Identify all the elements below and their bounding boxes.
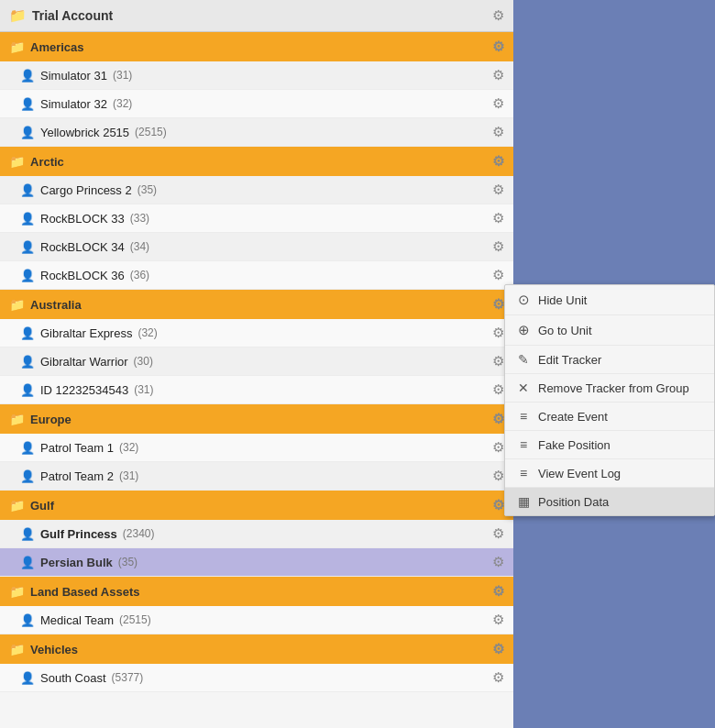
tracker-id: (30): [134, 355, 153, 368]
group-gear-icon[interactable]: ⚙: [492, 411, 504, 427]
account-title: 📁 Trial Account: [9, 7, 113, 24]
tracker-name: Gulf Princess: [40, 527, 117, 541]
tracker-name: Yellowbrick 2515: [40, 126, 129, 139]
tracker-gear-icon[interactable]: ⚙: [492, 182, 504, 198]
list-icon: ≡: [516, 466, 531, 480]
tracker-row[interactable]: 👤 Gulf Princess (2340) ⚙: [0, 520, 513, 548]
tracker-name: Persian Bulk: [40, 556, 113, 569]
group-row-land-based-assets[interactable]: 📁 Land Based Assets ⚙: [0, 577, 513, 606]
tracker-id: (35): [118, 556, 138, 568]
tracker-gear-icon[interactable]: ⚙: [492, 124, 504, 140]
tracker-left: 👤 Patrol Team 2 (31): [20, 469, 138, 483]
tracker-left: 👤 Medical Team (2515): [20, 613, 151, 627]
tracker-gear-icon[interactable]: ⚙: [492, 381, 504, 398]
context-menu-item-hide-unit[interactable]: ⊙Hide Unit: [505, 285, 714, 315]
tracker-person-icon: 👤: [20, 269, 35, 282]
tracker-gear-icon[interactable]: ⚙: [492, 210, 504, 226]
group-row-europe[interactable]: 📁 Europe ⚙: [0, 404, 513, 434]
edit-icon: ✎: [516, 352, 531, 367]
tracker-row[interactable]: 👤 Cargo Princess 2 (35) ⚙: [0, 176, 513, 204]
group-folder-icon: 📁: [9, 39, 25, 54]
group-gear-icon[interactable]: ⚙: [492, 641, 504, 657]
tracker-person-icon: 👤: [20, 97, 35, 111]
group-row-vehicles[interactable]: 📁 Vehicles ⚙: [0, 634, 513, 664]
context-menu-item-go-to-unit[interactable]: ⊕Go to Unit: [505, 315, 714, 346]
tracker-person-icon: 👤: [20, 326, 35, 340]
tracker-id: (2515): [119, 613, 151, 626]
group-folder-icon: 📁: [9, 584, 25, 599]
tracker-gear-icon[interactable]: ⚙: [492, 612, 504, 628]
tracker-id: (5377): [112, 671, 144, 684]
tracker-person-icon: 👤: [20, 441, 35, 455]
context-menu-item-position-data[interactable]: ▦Position Data: [505, 488, 714, 515]
tracker-row[interactable]: 👤 Simulator 31 (31) ⚙: [0, 61, 513, 90]
group-row-arctic[interactable]: 📁 Arctic ⚙: [0, 147, 513, 176]
tracker-id: (32): [119, 441, 138, 454]
group-gear-icon[interactable]: ⚙: [492, 39, 504, 55]
tracker-row[interactable]: 👤 South Coast (5377) ⚙: [0, 664, 513, 692]
group-folder-icon: 📁: [9, 412, 25, 426]
tracker-person-icon: 👤: [20, 126, 35, 139]
tracker-gear-icon[interactable]: ⚙: [492, 238, 504, 255]
hide-unit-icon: ⊙: [516, 292, 531, 308]
tracker-row[interactable]: 👤 RockBLOCK 34 (34) ⚙: [0, 233, 513, 261]
tracker-left: 👤 Persian Bulk (35): [20, 556, 138, 569]
tracker-row[interactable]: 👤 Gibraltar Warrior (30) ⚙: [0, 347, 513, 376]
group-gear-icon[interactable]: ⚙: [492, 153, 504, 170]
group-name: Land Based Assets: [30, 585, 139, 599]
tracker-name: Cargo Princess 2: [40, 183, 132, 197]
context-menu-item-create-event[interactable]: ≡Create Event: [505, 403, 714, 431]
group-name: Australia: [30, 298, 82, 312]
group-row-australia[interactable]: 📁 Australia ⚙: [0, 290, 513, 319]
context-menu-item-edit-tracker[interactable]: ✎Edit Tracker: [505, 346, 714, 374]
tracker-row[interactable]: 👤 ID 12232534543 (31) ⚙: [0, 376, 513, 404]
menu-item-label: Go to Unit: [538, 324, 592, 337]
tracker-row[interactable]: 👤 Yellowbrick 2515 (2515) ⚙: [0, 118, 513, 147]
tracker-left: 👤 Patrol Team 1 (32): [20, 441, 138, 455]
account-header: 📁 Trial Account ⚙: [0, 0, 513, 32]
tracker-name: Gibraltar Warrior: [40, 355, 128, 369]
tracker-gear-icon[interactable]: ⚙: [492, 525, 504, 542]
tracker-gear-icon[interactable]: ⚙: [492, 267, 504, 283]
tracker-gear-icon[interactable]: ⚙: [492, 669, 504, 686]
tracker-id: (36): [130, 269, 149, 281]
tracker-person-icon: 👤: [20, 355, 35, 369]
tracker-left: 👤 Gulf Princess (2340): [20, 527, 155, 541]
tracker-gear-icon[interactable]: ⚙: [492, 67, 504, 83]
group-gear-icon[interactable]: ⚙: [492, 497, 504, 513]
tracker-row[interactable]: 👤 Persian Bulk (35) ⚙: [0, 548, 513, 577]
group-name: Gulf: [30, 499, 54, 513]
tracker-person-icon: 👤: [20, 556, 35, 569]
tracker-row[interactable]: 👤 Simulator 32 (32) ⚙: [0, 90, 513, 118]
map-area: ⊙Hide Unit⊕Go to Unit✎Edit Tracker✕Remov…: [513, 0, 715, 728]
tracker-gear-icon[interactable]: ⚙: [492, 95, 504, 112]
tracker-person-icon: 👤: [20, 671, 35, 685]
tracker-id: (32): [113, 97, 132, 110]
account-gear-icon[interactable]: ⚙: [492, 7, 504, 24]
tracker-row[interactable]: 👤 RockBLOCK 33 (33) ⚙: [0, 204, 513, 233]
tracker-gear-icon[interactable]: ⚙: [492, 325, 504, 341]
tracker-row[interactable]: 👤 Medical Team (2515) ⚙: [0, 606, 513, 634]
context-menu-item-fake-position[interactable]: ≡Fake Position: [505, 431, 714, 459]
tracker-row[interactable]: 👤 RockBLOCK 36 (36) ⚙: [0, 261, 513, 290]
context-menu-item-remove-tracker-from-group[interactable]: ✕Remove Tracker from Group: [505, 374, 714, 403]
tracker-gear-icon[interactable]: ⚙: [492, 468, 504, 484]
tracker-row[interactable]: 👤 Patrol Team 2 (31) ⚙: [0, 462, 513, 491]
group-left: 📁 Gulf: [9, 498, 54, 513]
menu-item-label: Position Data: [538, 495, 609, 509]
context-menu-item-view-event-log[interactable]: ≡View Event Log: [505, 459, 714, 488]
group-gear-icon[interactable]: ⚙: [492, 296, 504, 313]
group-left: 📁 Americas: [9, 39, 84, 54]
tracker-gear-icon[interactable]: ⚙: [492, 353, 504, 370]
tracker-gear-icon[interactable]: ⚙: [492, 554, 504, 570]
tracker-name: South Coast: [40, 671, 106, 685]
tracker-row[interactable]: 👤 Gibraltar Express (32) ⚙: [0, 319, 513, 347]
tracker-row[interactable]: 👤 Patrol Team 1 (32) ⚙: [0, 434, 513, 462]
group-row-americas[interactable]: 📁 Americas ⚙: [0, 32, 513, 61]
tracker-id: (2340): [123, 527, 155, 540]
group-gear-icon[interactable]: ⚙: [492, 583, 504, 600]
tracker-id: (32): [138, 326, 157, 339]
group-row-gulf[interactable]: 📁 Gulf ⚙: [0, 491, 513, 520]
tracker-gear-icon[interactable]: ⚙: [492, 439, 504, 456]
groups-container: 📁 Americas ⚙ 👤 Simulator 31 (31) ⚙ 👤 Sim…: [0, 32, 513, 692]
